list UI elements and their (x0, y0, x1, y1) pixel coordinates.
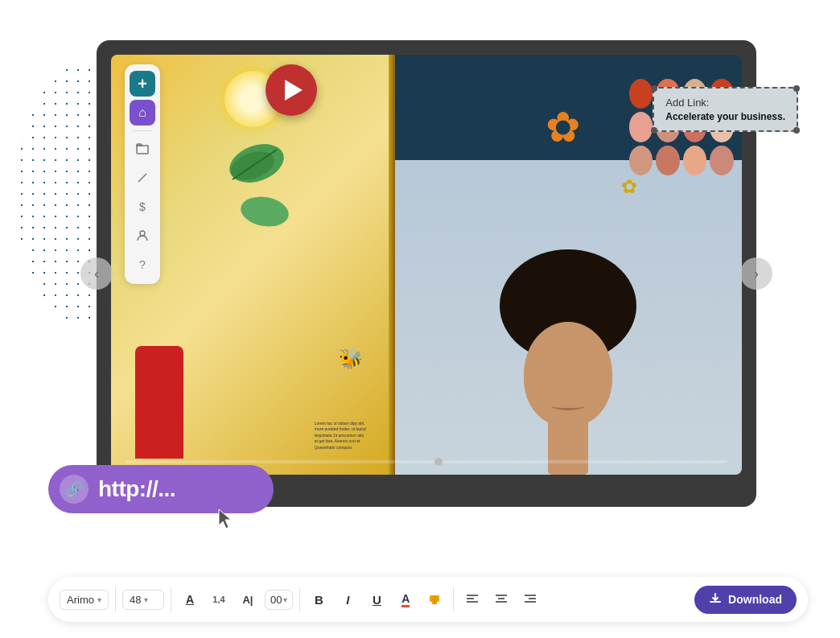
underline-button[interactable]: U (364, 587, 389, 611)
download-button[interactable]: Download (694, 586, 797, 614)
url-text[interactable]: http://... (98, 476, 175, 502)
help-button[interactable]: ? (130, 252, 155, 278)
add-button[interactable]: + (130, 71, 155, 97)
add-link-subtitle: Accelerate your business. (665, 111, 785, 122)
user-button[interactable] (130, 223, 155, 249)
canvas-content: Lorem tac ut odiam dipy alit, more putat… (111, 55, 742, 475)
opacity-value: 00 (270, 594, 282, 606)
align-left-button[interactable] (460, 587, 484, 611)
mouse-cursor (216, 508, 235, 535)
align-center-button[interactable] (489, 587, 513, 611)
highlight-button[interactable] (422, 587, 447, 611)
handle-tr[interactable] (793, 85, 800, 92)
flower-small-decoration: ✿ (621, 175, 637, 198)
editor-screen: Lorem tac ut odiam dipy alit, more putat… (111, 55, 742, 475)
flower-large-decoration: ✿ (546, 103, 581, 151)
home-button[interactable]: ⌂ (130, 100, 155, 126)
bee-decoration: 🐝 (339, 348, 363, 370)
size-chevron: ▾ (144, 595, 148, 604)
progress-dot[interactable] (434, 458, 443, 466)
svg-point-1 (140, 231, 145, 236)
download-icon (709, 592, 722, 607)
red-figure-decoration (135, 346, 183, 459)
tracking-btn[interactable]: 1,4 (207, 587, 231, 611)
download-label: Download (728, 593, 782, 606)
divider-4 (453, 587, 454, 611)
pen-button[interactable] (130, 165, 155, 191)
opacity-chevron: ▾ (283, 595, 287, 604)
font-chevron: ▾ (97, 595, 101, 604)
font-size-value: 48 (130, 594, 141, 606)
opacity-dropdown[interactable]: 00 ▾ (265, 590, 293, 610)
woman-photo-area (395, 160, 742, 475)
woman-neck (548, 410, 588, 475)
bold-button[interactable]: B (307, 587, 331, 611)
italic-button[interactable]: I (336, 587, 360, 611)
handle-br[interactable] (793, 127, 800, 134)
play-icon (285, 80, 303, 101)
folder-button[interactable] (130, 136, 155, 162)
divider-3 (299, 587, 300, 611)
font-size-selector[interactable]: 48 ▾ (122, 590, 164, 610)
prev-arrow[interactable]: ‹ (80, 257, 113, 290)
handle-tl[interactable] (651, 85, 657, 92)
play-button[interactable] (266, 64, 317, 116)
text-color-btn[interactable]: A (178, 587, 202, 611)
svg-line-0 (138, 174, 146, 182)
add-link-tooltip: Add Link: Accelerate your business. (653, 87, 798, 132)
divider-1 (115, 587, 116, 611)
font-selector[interactable]: Arimo ▾ (60, 590, 109, 610)
font-name: Arimo (67, 594, 94, 606)
book-text-decoration: Lorem tac ut odiam dipy alit, more putat… (315, 421, 379, 451)
link-icon: 🔗 (60, 475, 89, 504)
progress-bar[interactable] (126, 460, 727, 463)
toolbar-divider-1 (133, 130, 152, 131)
add-link-title: Add Link: (665, 97, 785, 109)
font-color-button[interactable]: A (393, 587, 418, 611)
dollar-button[interactable]: $ (130, 194, 155, 220)
case-btn[interactable]: A| (236, 587, 260, 611)
divider-2 (171, 587, 171, 611)
url-bar[interactable]: 🔗 http://... (48, 465, 274, 513)
book-spine (389, 55, 395, 475)
svg-point-5 (239, 193, 291, 230)
leaf-decoration-2 (229, 183, 301, 240)
left-toolbar: + ⌂ $ ? (125, 64, 160, 284)
align-right-button[interactable] (518, 587, 542, 611)
next-arrow[interactable]: › (740, 257, 772, 290)
bottom-toolbar: Arimo ▾ 48 ▾ A 1,4 A| 00 ▾ B I U A (48, 577, 808, 622)
